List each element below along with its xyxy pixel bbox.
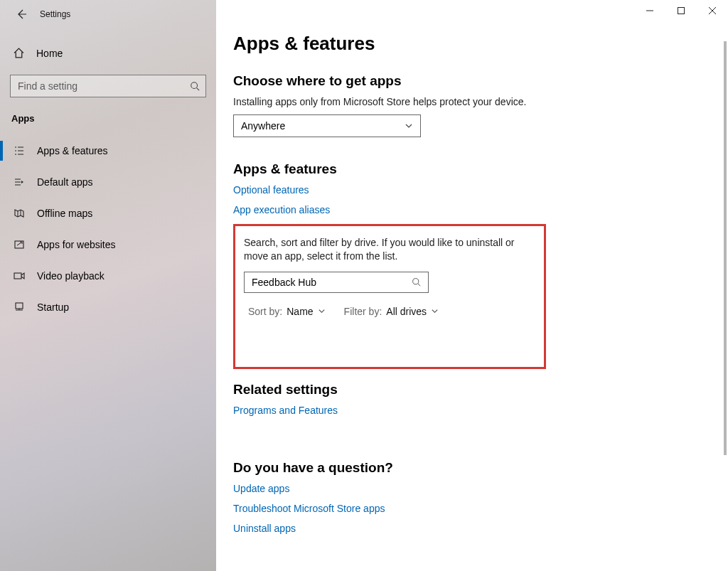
search-icon <box>412 277 421 287</box>
websites-icon <box>13 239 26 250</box>
search-filter-desc: Search, sort and filter by drive. If you… <box>244 236 535 263</box>
svg-line-23 <box>418 284 420 286</box>
scrollbar[interactable] <box>724 41 727 455</box>
section-apps-label: Apps <box>0 97 216 128</box>
choose-apps-desc: Installing apps only from Microsoft Stor… <box>233 96 705 107</box>
chevron-down-icon <box>318 307 326 315</box>
sort-by-value: Name <box>287 306 313 317</box>
chevron-down-icon <box>405 122 413 130</box>
question-heading: Do you have a question? <box>233 460 705 476</box>
app-source-select[interactable]: Anywhere <box>233 114 421 137</box>
svg-rect-18 <box>14 273 21 279</box>
sort-by-label: Sort by: <box>248 306 282 317</box>
app-list-search[interactable] <box>244 272 429 293</box>
update-apps-link[interactable]: Update apps <box>233 483 705 494</box>
sidebar-item-label: Apps & features <box>37 145 108 156</box>
sidebar: Settings Home Apps Apps & features <box>0 0 216 571</box>
svg-point-4 <box>191 82 198 89</box>
programs-features-link[interactable]: Programs and Features <box>233 405 338 416</box>
home-icon <box>13 47 25 59</box>
apps-features-heading: Apps & features <box>233 161 705 177</box>
map-icon <box>13 208 26 219</box>
app-source-value: Anywhere <box>241 120 285 132</box>
filter-by-control[interactable]: Filter by: All drives <box>344 306 439 317</box>
sidebar-item-startup[interactable]: Startup <box>0 292 216 323</box>
chevron-down-icon <box>431 307 439 315</box>
sidebar-item-apps-websites[interactable]: Apps for websites <box>0 229 216 260</box>
home-label: Home <box>36 48 63 59</box>
sidebar-item-video-playback[interactable]: Video playback <box>0 260 216 292</box>
svg-line-5 <box>197 88 200 91</box>
choose-apps-heading: Choose where to get apps <box>233 73 705 89</box>
filter-by-label: Filter by: <box>344 306 382 317</box>
list-icon <box>13 145 26 156</box>
sidebar-item-label: Default apps <box>37 176 93 188</box>
sidebar-item-label: Video playback <box>37 270 105 282</box>
search-filter-region: Search, sort and filter by drive. If you… <box>233 224 546 369</box>
sidebar-item-offline-maps[interactable]: Offline maps <box>0 198 216 229</box>
video-icon <box>13 270 26 282</box>
sort-by-control[interactable]: Sort by: Name <box>248 306 326 317</box>
find-setting-field[interactable] <box>18 80 190 92</box>
sidebar-home[interactable]: Home <box>0 41 216 65</box>
app-execution-aliases-link[interactable]: App execution aliases <box>233 204 705 215</box>
page-title: Apps & features <box>233 33 705 55</box>
app-title: Settings <box>40 9 70 19</box>
main-content: Apps & features Choose where to get apps… <box>216 0 728 571</box>
sidebar-item-label: Offline maps <box>37 208 92 219</box>
troubleshoot-store-link[interactable]: Troubleshoot Microsoft Store apps <box>233 503 705 514</box>
filter-by-value: All drives <box>386 306 427 317</box>
svg-rect-19 <box>16 303 23 309</box>
optional-features-link[interactable]: Optional features <box>233 184 705 196</box>
find-setting-input[interactable] <box>10 75 206 97</box>
svg-point-22 <box>413 279 419 284</box>
sidebar-item-label: Apps for websites <box>37 239 116 250</box>
app-list-search-field[interactable] <box>252 277 412 288</box>
sidebar-item-default-apps[interactable]: Default apps <box>0 166 216 198</box>
search-icon <box>190 81 200 91</box>
related-settings-heading: Related settings <box>233 382 705 397</box>
default-apps-icon <box>13 176 26 188</box>
back-button[interactable] <box>9 4 34 25</box>
sidebar-item-label: Startup <box>37 301 69 313</box>
uninstall-apps-link[interactable]: Uninstall apps <box>233 523 705 534</box>
startup-icon <box>13 301 26 313</box>
sidebar-item-apps-features[interactable]: Apps & features <box>0 135 216 166</box>
